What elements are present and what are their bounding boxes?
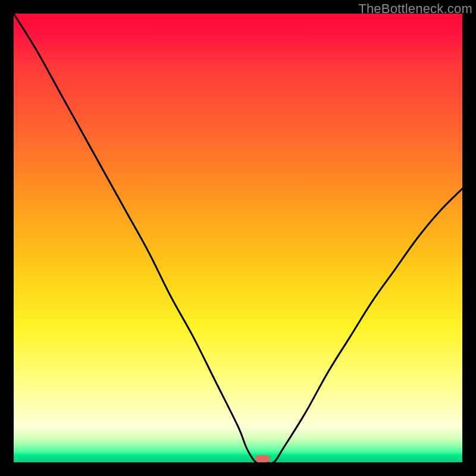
watermark-text: TheBottleneck.com: [358, 1, 472, 17]
plot-area: [14, 14, 462, 462]
optimal-point-marker: [255, 455, 270, 462]
bottleneck-gradient-background: [14, 14, 462, 462]
chart-frame: TheBottleneck.com: [0, 0, 476, 476]
